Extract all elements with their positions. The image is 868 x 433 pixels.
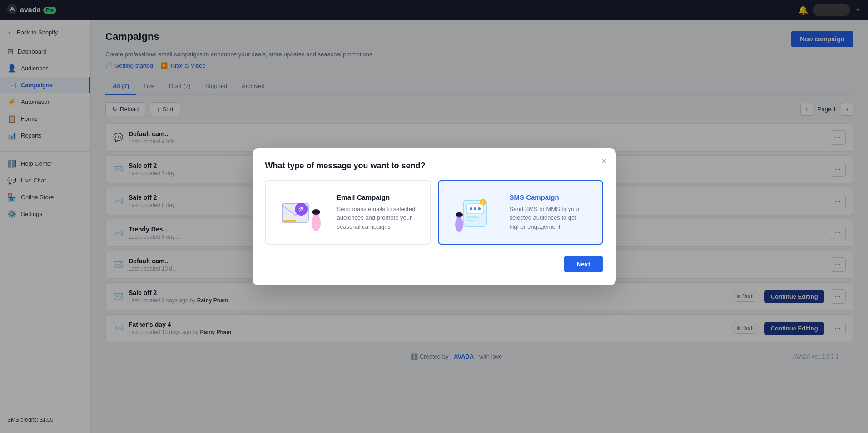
email-campaign-illustration: @ [275,190,330,235]
svg-point-12 [478,207,481,210]
svg-point-15 [455,217,463,232]
campaign-type-grid: @ Email Campaign Send mass emails to sel… [265,180,603,245]
svg-point-17 [456,212,463,217]
modal-footer: Next [265,256,603,272]
sms-campaign-card[interactable]: ! SMS Campaign Send SMS or MMS to your s… [438,180,603,245]
sms-campaign-title: SMS Campaign [510,193,593,201]
next-button[interactable]: Next [564,256,603,272]
modal-overlay[interactable]: What type of message you want to send? ×… [0,0,868,433]
svg-rect-13 [466,216,479,218]
email-campaign-title: Email Campaign [337,193,421,201]
svg-text:!: ! [482,200,483,205]
svg-rect-7 [283,220,297,222]
modal-close-button[interactable]: × [601,157,607,166]
svg-point-10 [470,207,472,210]
sms-campaign-desc: Send SMS or MMS to your selected audienc… [510,205,593,231]
svg-point-6 [312,209,320,215]
modal-title: What type of message you want to send? [265,161,603,171]
svg-rect-14 [466,220,476,221]
sms-campaign-illustration: ! [448,190,502,235]
svg-point-11 [474,207,476,210]
svg-point-4 [312,215,321,231]
sms-card-content: SMS Campaign Send SMS or MMS to your sel… [510,193,593,231]
email-campaign-card[interactable]: @ Email Campaign Send mass emails to sel… [265,180,431,245]
campaign-type-modal: What type of message you want to send? ×… [253,148,616,285]
email-campaign-desc: Send mass emails to selected audiences a… [337,205,421,231]
svg-text:@: @ [298,207,304,213]
email-card-content: Email Campaign Send mass emails to selec… [337,193,421,231]
